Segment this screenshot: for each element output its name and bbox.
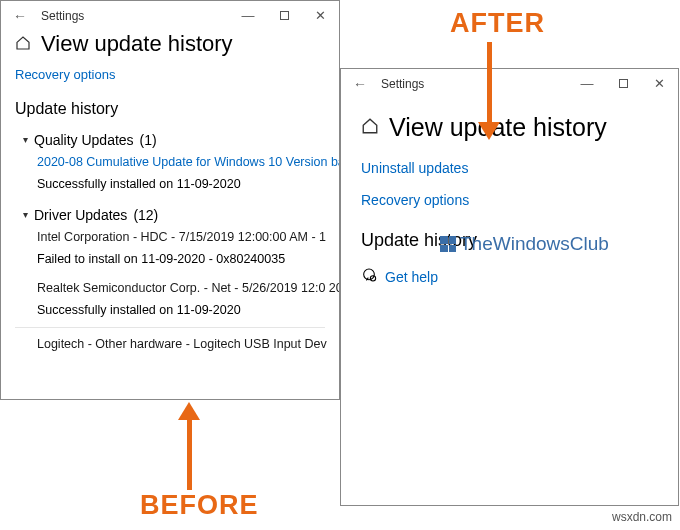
home-icon[interactable] (15, 35, 31, 54)
maximize-button[interactable] (269, 1, 299, 31)
update-item-status: Successfully installed on 11-09-2020 (1, 174, 339, 196)
group-count: (1) (140, 132, 157, 148)
minimize-button[interactable]: — (572, 69, 602, 99)
page-header: View update history (341, 99, 678, 152)
chat-help-icon (361, 267, 377, 286)
before-window: ← Settings — ✕ View update history Recov… (0, 0, 340, 400)
update-item-title: Realtek Semiconductor Corp. - Net - 5/26… (1, 278, 339, 300)
window-title: Settings (381, 77, 424, 91)
source-footer: wsxdn.com (612, 510, 672, 524)
recovery-options-link[interactable]: Recovery options (341, 184, 678, 216)
window-title: Settings (41, 9, 84, 23)
group-name: Driver Updates (34, 207, 127, 223)
divider (15, 327, 325, 328)
group-name: Quality Updates (34, 132, 134, 148)
titlebar: ← Settings — ✕ (341, 69, 678, 99)
update-item-status: Failed to install on 11-09-2020 - 0x8024… (1, 249, 339, 271)
maximize-button[interactable] (608, 69, 638, 99)
update-history-heading: Update history (1, 86, 339, 124)
recovery-options-link[interactable]: Recovery options (1, 63, 339, 86)
group-driver-updates: ▾ Driver Updates (12) Intel Corporation … (1, 199, 339, 360)
get-help-row[interactable]: Get help (341, 259, 678, 294)
chevron-down-icon: ▾ (23, 209, 28, 220)
after-window: ← Settings — ✕ View update history Unins… (340, 68, 679, 506)
close-button[interactable]: ✕ (644, 69, 674, 99)
chevron-down-icon: ▾ (23, 134, 28, 145)
before-label: BEFORE (140, 490, 259, 521)
update-item-link[interactable]: 2020-08 Cumulative Update for Windows 10… (1, 152, 339, 174)
page-header: View update history (1, 31, 339, 63)
svg-point-0 (364, 269, 375, 280)
update-item-title: Intel Corporation - HDC - 7/15/2019 12:0… (1, 227, 339, 249)
get-help-link[interactable]: Get help (385, 269, 438, 285)
uninstall-updates-link[interactable]: Uninstall updates (341, 152, 678, 184)
page-title: View update history (389, 113, 607, 142)
group-header[interactable]: ▾ Driver Updates (12) (1, 203, 339, 227)
group-quality-updates: ▾ Quality Updates (1) 2020-08 Cumulative… (1, 124, 339, 199)
after-label: AFTER (450, 8, 545, 39)
minimize-button[interactable]: — (233, 1, 263, 31)
home-icon[interactable] (361, 117, 379, 138)
group-count: (12) (133, 207, 158, 223)
back-arrow-icon[interactable]: ← (9, 8, 31, 24)
page-title: View update history (41, 31, 233, 57)
back-arrow-icon[interactable]: ← (349, 76, 371, 92)
update-history-heading: Update history (341, 216, 678, 259)
group-header[interactable]: ▾ Quality Updates (1) (1, 128, 339, 152)
update-item-status: Successfully installed on 11-09-2020 (1, 300, 339, 322)
titlebar: ← Settings — ✕ (1, 1, 339, 31)
update-item-title: Logitech - Other hardware - Logitech USB… (1, 334, 339, 356)
before-arrow (178, 402, 200, 490)
close-button[interactable]: ✕ (305, 1, 335, 31)
